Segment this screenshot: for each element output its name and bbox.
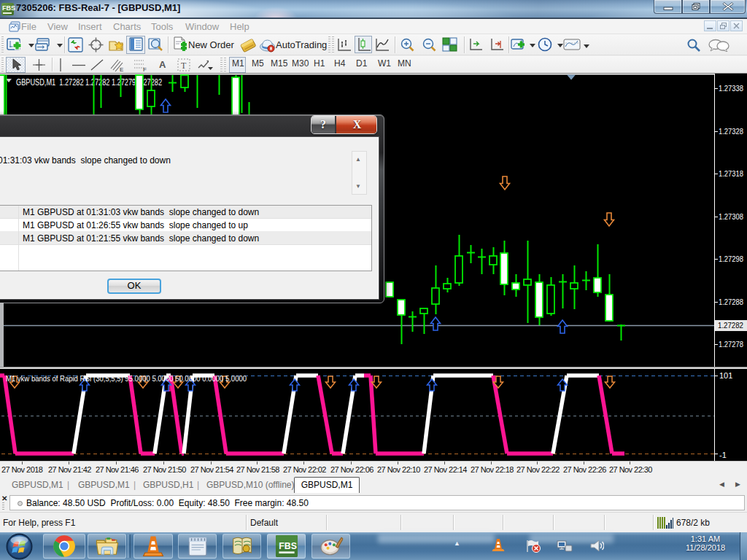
svg-text:1.27282: 1.27282 — [718, 321, 743, 330]
svg-text:E: E — [120, 66, 123, 72]
svg-text:1.27328: 1.27328 — [719, 127, 743, 136]
svg-text:1.27318: 1.27318 — [719, 169, 743, 178]
svg-text:1.27338: 1.27338 — [719, 84, 743, 93]
svg-text:1.27308: 1.27308 — [719, 212, 743, 221]
svg-text:1.27278: 1.27278 — [719, 340, 743, 349]
svg-text:1.27298: 1.27298 — [719, 254, 743, 263]
svg-text:101: 101 — [719, 371, 732, 380]
svg-text:FBS: FBS — [279, 541, 297, 551]
svg-text:1.27288: 1.27288 — [719, 298, 743, 306]
svg-text:T: T — [181, 61, 187, 71]
svg-text:-1: -1 — [719, 451, 727, 459]
svg-text:M1 vkw bands of Rapid RSI (30,: M1 vkw bands of Rapid RSI (30,5,5,5) 95.… — [6, 374, 247, 383]
svg-text:F: F — [143, 66, 147, 72]
